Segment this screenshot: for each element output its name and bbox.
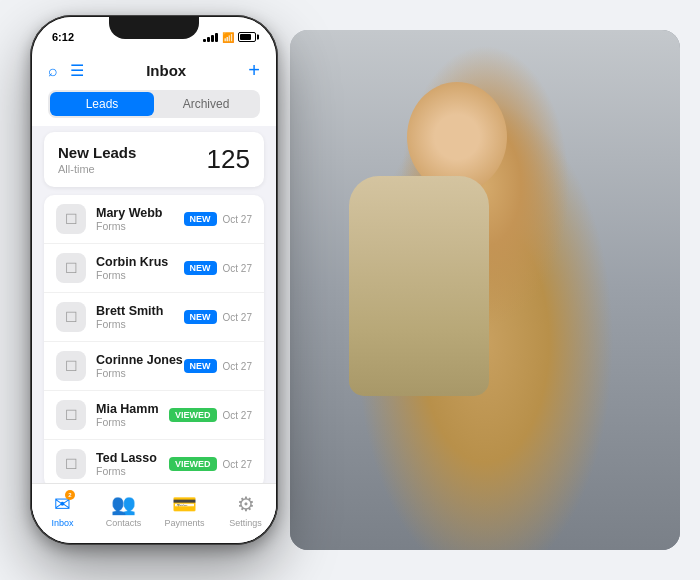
scrollable-content: New Leads All-time 125 ☐: [32, 126, 276, 543]
signal-icon: [203, 32, 218, 42]
lead-name: Corbin Krus: [96, 255, 184, 269]
lead-item[interactable]: ☐ Corinne Jones Forms NEW Oct 27: [44, 342, 264, 391]
lead-meta: VIEWED Oct 27: [169, 408, 252, 422]
app-header: ⌕ ☰ Inbox +: [32, 53, 276, 90]
header-title: Inbox: [84, 62, 248, 79]
person-icon: ☐: [65, 456, 78, 472]
phone-notch: [109, 17, 199, 39]
nav-label-settings: Settings: [229, 518, 262, 528]
header-left-icons: ⌕ ☰: [48, 61, 84, 80]
filter-icon[interactable]: ☰: [70, 61, 84, 80]
lead-date: Oct 27: [223, 459, 252, 470]
lead-name: Mary Webb: [96, 206, 184, 220]
status-badge: VIEWED: [169, 408, 217, 422]
tab-leads[interactable]: Leads: [50, 92, 154, 116]
nav-label-inbox: Inbox: [51, 518, 73, 528]
lead-date: Oct 27: [223, 214, 252, 225]
status-icons: 📶: [203, 32, 256, 43]
nav-item-inbox[interactable]: ✉ 2 Inbox: [32, 492, 93, 528]
leads-subtitle: All-time: [58, 163, 136, 175]
lead-date: Oct 27: [223, 263, 252, 274]
lead-date: Oct 27: [223, 361, 252, 372]
lead-meta: NEW Oct 27: [184, 359, 252, 373]
person-icon: ☐: [65, 211, 78, 227]
search-icon[interactable]: ⌕: [48, 62, 58, 80]
tab-switcher: Leads Archived: [48, 90, 260, 118]
lead-source: Forms: [96, 318, 184, 330]
person-icon: ☐: [65, 309, 78, 325]
lead-name: Corinne Jones: [96, 353, 184, 367]
nav-item-contacts[interactable]: 👥 Contacts: [93, 492, 154, 528]
lead-name: Mia Hamm: [96, 402, 169, 416]
avatar: ☐: [56, 400, 86, 430]
lead-name: Ted Lasso: [96, 451, 169, 465]
lead-info: Ted Lasso Forms: [96, 451, 169, 477]
payments-icon: 💳: [172, 492, 197, 516]
status-time: 6:12: [52, 31, 74, 43]
nav-label-payments: Payments: [164, 518, 204, 528]
scene: 6:12 📶: [0, 0, 700, 580]
status-badge: NEW: [184, 310, 217, 324]
contacts-icon: 👥: [111, 492, 136, 516]
lead-info: Corbin Krus Forms: [96, 255, 184, 281]
lead-meta: NEW Oct 27: [184, 310, 252, 324]
status-badge: NEW: [184, 212, 217, 226]
leads-card-text: New Leads All-time: [58, 144, 136, 175]
lead-info: Mia Hamm Forms: [96, 402, 169, 428]
settings-icon: ⚙: [237, 492, 255, 516]
status-badge: NEW: [184, 359, 217, 373]
nav-label-contacts: Contacts: [106, 518, 142, 528]
lead-item[interactable]: ☐ Ted Lasso Forms VIEWED Oct 27: [44, 440, 264, 488]
status-badge: VIEWED: [169, 457, 217, 471]
lead-source: Forms: [96, 220, 184, 232]
lead-name: Brett Smith: [96, 304, 184, 318]
nav-item-settings[interactable]: ⚙ Settings: [215, 492, 276, 528]
avatar: ☐: [56, 253, 86, 283]
lead-item[interactable]: ☐ Mary Webb Forms NEW Oct 27: [44, 195, 264, 244]
inbox-badge: 2: [65, 490, 75, 500]
inbox-badge-wrap: ✉ 2: [54, 492, 71, 516]
lead-source: Forms: [96, 465, 169, 477]
add-button[interactable]: +: [248, 59, 260, 82]
lead-meta: VIEWED Oct 27: [169, 457, 252, 471]
lead-date: Oct 27: [223, 312, 252, 323]
leads-count: 125: [207, 144, 250, 175]
lead-meta: NEW Oct 27: [184, 261, 252, 275]
phone-screen: 6:12 📶: [32, 17, 276, 543]
avatar: ☐: [56, 204, 86, 234]
person-icon: ☐: [65, 358, 78, 374]
battery-icon: [238, 32, 256, 42]
lead-source: Forms: [96, 416, 169, 428]
leads-title: New Leads: [58, 144, 136, 161]
lead-info: Corinne Jones Forms: [96, 353, 184, 379]
photo-panel: [290, 30, 680, 550]
lead-info: Brett Smith Forms: [96, 304, 184, 330]
lead-date: Oct 27: [223, 410, 252, 421]
person-icon: ☐: [65, 407, 78, 423]
avatar: ☐: [56, 302, 86, 332]
leads-summary-card: New Leads All-time 125: [44, 132, 264, 187]
screen-content: ⌕ ☰ Inbox + Leads Archived: [32, 53, 276, 543]
lead-list: ☐ Mary Webb Forms NEW Oct 27: [44, 195, 264, 488]
person-photo: [290, 30, 680, 550]
lead-source: Forms: [96, 269, 184, 281]
lead-source: Forms: [96, 367, 184, 379]
phone-wrap: 6:12 📶: [30, 15, 278, 545]
nav-item-payments[interactable]: 💳 Payments: [154, 492, 215, 528]
status-badge: NEW: [184, 261, 217, 275]
lead-meta: NEW Oct 27: [184, 212, 252, 226]
avatar: ☐: [56, 449, 86, 479]
lead-item[interactable]: ☐ Brett Smith Forms NEW Oct 27: [44, 293, 264, 342]
person-icon: ☐: [65, 260, 78, 276]
avatar: ☐: [56, 351, 86, 381]
lead-info: Mary Webb Forms: [96, 206, 184, 232]
lead-item[interactable]: ☐ Mia Hamm Forms VIEWED Oct 27: [44, 391, 264, 440]
phone-device: 6:12 📶: [30, 15, 278, 545]
tab-archived[interactable]: Archived: [154, 92, 258, 116]
lead-item[interactable]: ☐ Corbin Krus Forms NEW Oct 27: [44, 244, 264, 293]
bottom-nav: ✉ 2 Inbox 👥 Contacts 💳 Payments: [32, 483, 276, 543]
wifi-icon: 📶: [222, 32, 234, 43]
